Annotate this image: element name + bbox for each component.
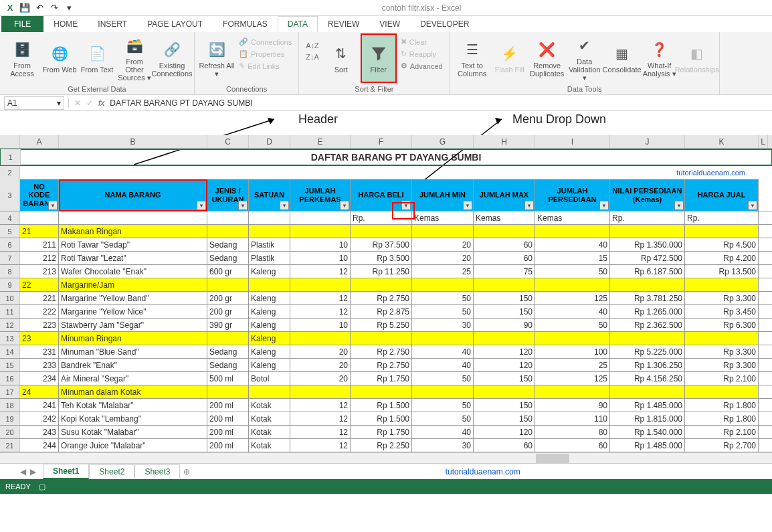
cell[interactable]: 244 xyxy=(20,439,59,452)
cell[interactable]: Sedang xyxy=(207,238,249,251)
table-header[interactable]: JUMLAH MAX▼ xyxy=(474,179,535,211)
connections-button[interactable]: 🔗Connections xyxy=(236,36,294,48)
cell[interactable]: Rp 4.500 xyxy=(685,238,759,251)
table-header[interactable]: NILAI PERSEDIAAN (Kemas)▼ xyxy=(610,179,685,211)
horizontal-scrollbar[interactable] xyxy=(0,452,772,463)
table-header[interactable]: HARGA JUAL▼ xyxy=(685,179,759,211)
tab-review[interactable]: REVIEW xyxy=(318,16,369,32)
cell[interactable]: 241 xyxy=(20,399,59,412)
row-header[interactable]: 8 xyxy=(0,265,20,278)
cell[interactable]: 200 ml xyxy=(207,426,249,438)
sheet-next-icon[interactable]: ▶ xyxy=(30,467,36,476)
cell[interactable]: 90 xyxy=(535,399,610,412)
cell[interactable]: 110 xyxy=(535,412,610,425)
cell[interactable]: 10 xyxy=(290,238,351,251)
filter-dropdown-icon[interactable]: ▼ xyxy=(524,201,534,210)
cell[interactable] xyxy=(207,211,249,224)
cell[interactable] xyxy=(610,385,685,398)
cell[interactable]: Kaleng xyxy=(249,359,290,371)
cell[interactable]: Kotak xyxy=(249,439,290,452)
cell[interactable]: Kaleng xyxy=(249,265,290,278)
filter-dropdown-icon[interactable]: ▼ xyxy=(238,201,248,210)
cell[interactable]: Kotak xyxy=(249,399,290,412)
cell[interactable]: Kaleng xyxy=(249,292,290,304)
sheet-prev-icon[interactable]: ◀ xyxy=(20,467,26,476)
cell[interactable]: Roti Tawar "Sedap" xyxy=(59,238,207,251)
cell[interactable]: 233 xyxy=(20,359,59,371)
col-header-I[interactable]: I xyxy=(535,135,610,148)
col-header-D[interactable]: D xyxy=(249,135,290,148)
cell[interactable] xyxy=(290,211,351,224)
cell[interactable]: 243 xyxy=(20,426,59,438)
cell[interactable]: 120 xyxy=(474,345,535,358)
cell[interactable]: 90 xyxy=(474,319,535,331)
cell[interactable]: 50 xyxy=(535,319,610,331)
cell[interactable]: Orange Juice "Malabar" xyxy=(59,439,207,452)
remove-duplicates-button[interactable]: ❌Remove Duplicates xyxy=(529,33,565,83)
cell[interactable]: 60 xyxy=(474,238,535,251)
table-header[interactable]: NAMA BARANG▼ xyxy=(59,179,207,211)
cell[interactable]: 40 xyxy=(412,345,474,358)
cell[interactable]: 12 xyxy=(290,412,351,425)
cell[interactable] xyxy=(249,225,290,238)
from-other-button[interactable]: 🗃️From Other Sources ▾ xyxy=(116,33,153,83)
cell[interactable] xyxy=(290,385,351,398)
table-header[interactable]: JUMLAH PERSEDIAAN▼ xyxy=(535,179,610,211)
cell[interactable]: 25 xyxy=(535,359,610,371)
cell[interactable]: 60 xyxy=(535,439,610,452)
cell[interactable]: Stawberry Jam "Segar" xyxy=(59,319,207,331)
cell[interactable] xyxy=(59,211,207,224)
cell[interactable]: 21 xyxy=(20,225,59,238)
cell[interactable] xyxy=(610,278,685,291)
row-header[interactable]: 18 xyxy=(0,399,20,412)
cell[interactable]: 221 xyxy=(20,292,59,304)
cell[interactable]: Rp 1.306.250 xyxy=(610,359,685,371)
cell[interactable]: 12 xyxy=(290,265,351,278)
cell[interactable]: 60 xyxy=(474,252,535,264)
cell[interactable]: Rp 3.500 xyxy=(351,252,412,264)
cell[interactable] xyxy=(535,278,610,291)
col-header-A[interactable]: A xyxy=(20,135,59,148)
cell[interactable]: 40 xyxy=(412,359,474,371)
cell[interactable] xyxy=(207,225,249,238)
cell[interactable]: Kemas xyxy=(412,211,474,224)
cell[interactable]: 40 xyxy=(412,426,474,438)
cell[interactable] xyxy=(412,225,474,238)
cell[interactable]: 125 xyxy=(535,292,610,304)
filter-dropdown-icon[interactable]: ▼ xyxy=(340,201,349,210)
cell[interactable]: Plastik xyxy=(249,238,290,251)
redo-icon[interactable]: ↷ xyxy=(48,2,60,14)
row-header[interactable]: 3 xyxy=(0,179,20,211)
row-header[interactable]: 21 xyxy=(0,439,20,452)
cell[interactable]: Rp 1.800 xyxy=(685,412,759,425)
cell[interactable] xyxy=(474,385,535,398)
cell[interactable]: Rp 472.500 xyxy=(610,252,685,264)
cancel-icon[interactable]: ✕ xyxy=(74,98,81,108)
cell[interactable]: Rp 2.875 xyxy=(351,305,412,318)
cell[interactable] xyxy=(20,211,59,224)
cell[interactable]: 80 xyxy=(535,426,610,438)
cell[interactable]: 20 xyxy=(412,238,474,251)
row-header[interactable]: 13 xyxy=(0,332,20,345)
cell[interactable]: 25 xyxy=(412,265,474,278)
cell[interactable]: 50 xyxy=(412,372,474,385)
cell[interactable]: 22 xyxy=(20,278,59,291)
cell[interactable] xyxy=(351,225,412,238)
cell[interactable]: 242 xyxy=(20,412,59,425)
cell[interactable]: Rp 2.750 xyxy=(351,359,412,371)
cell[interactable] xyxy=(685,332,759,345)
row-header[interactable]: 5 xyxy=(0,225,20,238)
tab-view[interactable]: VIEW xyxy=(369,16,410,32)
cell[interactable]: Plastik xyxy=(249,252,290,264)
filter-dropdown-icon[interactable]: ▼ xyxy=(197,201,206,210)
table-header[interactable]: JUMLAH PERKEMAS▼ xyxy=(290,179,351,211)
row-header[interactable]: 20 xyxy=(0,426,20,438)
name-box[interactable]: A1▾ xyxy=(4,96,64,110)
row-header[interactable]: 4 xyxy=(0,211,20,224)
from-access-button[interactable]: 🗄️From Access xyxy=(4,33,40,83)
cell[interactable]: 223 xyxy=(20,319,59,331)
cell[interactable] xyxy=(685,385,759,398)
cell[interactable]: Kotak xyxy=(249,412,290,425)
cell[interactable] xyxy=(290,278,351,291)
cell[interactable]: Minuman "Blue Sand" xyxy=(59,345,207,358)
